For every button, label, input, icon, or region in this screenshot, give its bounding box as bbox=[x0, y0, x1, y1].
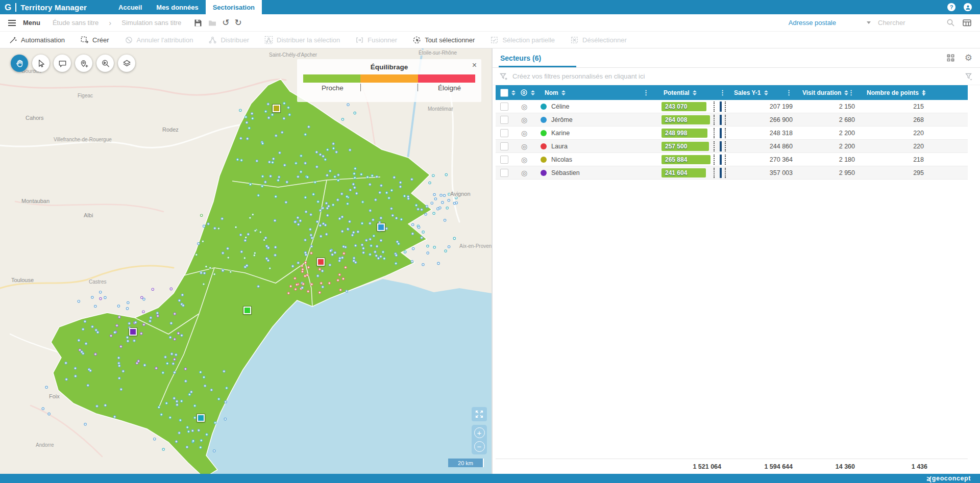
zoom-out-button[interactable]: − bbox=[474, 441, 485, 452]
tab-secteurs[interactable]: Secteurs (6) bbox=[500, 54, 541, 62]
select-all-checkbox[interactable] bbox=[500, 89, 508, 97]
column-menu-icon[interactable]: ⋮ bbox=[719, 89, 726, 96]
column-menu-icon[interactable]: ⋮ bbox=[786, 89, 792, 96]
toolbar-automatisation[interactable]: Automatisation bbox=[9, 36, 65, 44]
sort-icon[interactable] bbox=[693, 90, 697, 95]
sector-marker-karine[interactable] bbox=[243, 307, 251, 314]
sector-marker-ce-line[interactable] bbox=[197, 414, 205, 422]
col-sales[interactable]: Sales Y-1 bbox=[734, 89, 761, 96]
user-icon[interactable] bbox=[964, 3, 972, 11]
map-tool-comment-button[interactable] bbox=[54, 55, 71, 72]
map-tool-add-point-button[interactable] bbox=[75, 55, 92, 72]
sector-marker-laura[interactable] bbox=[317, 258, 325, 266]
table-row[interactable]: ◎ Laura 257 500 244 860 2 200 220 bbox=[496, 140, 968, 153]
row-checkbox[interactable] bbox=[500, 142, 508, 150]
nav-tab-accueil[interactable]: Accueil bbox=[111, 0, 149, 14]
table-row[interactable]: ◎ Karine 248 998 248 318 2 200 220 bbox=[496, 126, 968, 140]
zoom-select-icon bbox=[100, 58, 111, 69]
column-menu-icon[interactable]: ⋮ bbox=[920, 89, 927, 96]
hamburger-icon[interactable] bbox=[8, 20, 16, 26]
toolbar-cre-er[interactable]: Créer bbox=[80, 36, 109, 44]
sectorisation-toolbar: AutomatisationCréerAnnuler l'attribution… bbox=[0, 32, 980, 48]
fullscreen-icon[interactable] bbox=[472, 407, 487, 421]
nav-tab-sectorisation[interactable]: Sectorisation bbox=[206, 0, 262, 14]
sector-marker-je-ro-me[interactable] bbox=[377, 223, 385, 231]
toolbar-de-se-lectionner: Désélectionner bbox=[570, 36, 627, 44]
nav-tab-mes-donne-es[interactable]: Mes données bbox=[149, 0, 205, 14]
city-label: Rodez bbox=[162, 126, 179, 133]
visibility-column-icon[interactable] bbox=[520, 89, 528, 96]
potential-marker-target bbox=[720, 141, 722, 151]
col-nom[interactable]: Nom bbox=[545, 89, 558, 96]
visibility-icon[interactable]: ◎ bbox=[521, 103, 527, 110]
col-visit[interactable]: Visit duration bbox=[802, 89, 841, 96]
potential-marker-dotted bbox=[714, 168, 715, 178]
save-icon[interactable] bbox=[193, 18, 203, 28]
row-checkbox[interactable] bbox=[500, 156, 508, 164]
undo-icon[interactable]: ↺ bbox=[222, 18, 229, 27]
chevron-down-icon[interactable] bbox=[867, 21, 871, 24]
sector-marker-nicolas[interactable] bbox=[273, 105, 280, 112]
sort-icon[interactable] bbox=[561, 90, 566, 95]
open-folder-icon[interactable] bbox=[208, 18, 217, 28]
row-checkbox[interactable] bbox=[500, 129, 508, 137]
visit-duration-value: 2 950 bbox=[794, 166, 856, 179]
row-checkbox[interactable] bbox=[500, 103, 508, 111]
table-row[interactable]: ◎ Céline 243 070 207 199 2 150 215 bbox=[496, 100, 968, 113]
city-label: Aix-en-Provence bbox=[459, 243, 492, 249]
city-label: Saint-Chély-d'Apcher bbox=[269, 52, 317, 58]
visibility-icon[interactable]: ◎ bbox=[521, 130, 527, 137]
search-category-select[interactable]: Adresse postale bbox=[789, 19, 836, 27]
sort-icon[interactable] bbox=[531, 90, 535, 95]
toolbar-se-lection-partielle: Sélection partielle bbox=[490, 36, 555, 44]
add-filter-funnel-icon[interactable] bbox=[500, 72, 508, 81]
map-tool-zoom-select-button[interactable] bbox=[96, 55, 114, 72]
map[interactable]: Saint-Chély-d'ApcherÉtoile-sur-RhônePriv… bbox=[0, 48, 492, 474]
table-view-icon[interactable] bbox=[962, 18, 972, 27]
toolbar-distribuer: Distribuer bbox=[208, 36, 249, 44]
toolbar-tout-se-lectionner[interactable]: Tout sélectionner bbox=[412, 36, 475, 44]
row-checkbox[interactable] bbox=[500, 116, 508, 124]
add-point-icon bbox=[79, 58, 89, 69]
table-row[interactable]: ◎ Sébastien 241 604 357 003 2 950 295 bbox=[496, 166, 968, 180]
column-manager-icon[interactable] bbox=[946, 53, 955, 63]
city-label: Andorre bbox=[36, 442, 54, 448]
distribute-icon bbox=[208, 36, 217, 44]
settings-gear-icon[interactable]: ⚙ bbox=[965, 54, 972, 62]
partial-sel-icon bbox=[490, 36, 499, 44]
redo-icon[interactable]: ↻ bbox=[235, 18, 242, 27]
zoom-in-button[interactable]: + bbox=[474, 427, 485, 438]
table-row[interactable]: ◎ Nicolas 265 884 270 364 2 180 218 bbox=[496, 153, 968, 166]
col-points[interactable]: Nombre de points bbox=[867, 89, 919, 96]
row-checkbox[interactable] bbox=[500, 169, 508, 177]
table-row[interactable]: ◎ Jérôme 264 008 266 900 2 680 268 bbox=[496, 113, 968, 126]
potential-marker-dotted bbox=[714, 101, 715, 112]
points-count-value: 220 bbox=[856, 126, 929, 139]
search-input[interactable]: Chercher bbox=[878, 19, 939, 27]
visibility-icon[interactable]: ◎ bbox=[521, 169, 527, 176]
visit-duration-value: 2 200 bbox=[794, 140, 856, 152]
filter-menu-funnel-icon[interactable] bbox=[965, 72, 973, 81]
map-tool-cursor-button[interactable] bbox=[32, 55, 50, 72]
sector-marker-se-bastien[interactable] bbox=[129, 328, 137, 336]
visibility-icon[interactable]: ◎ bbox=[521, 116, 527, 123]
col-potential[interactable]: Potential bbox=[664, 89, 690, 96]
search-icon[interactable] bbox=[946, 18, 955, 27]
simulation-name[interactable]: Simulation sans titre bbox=[121, 19, 181, 27]
sort-icon[interactable] bbox=[764, 90, 768, 95]
filter-bar[interactable]: Créez vos filtres personnalisés en cliqu… bbox=[493, 68, 980, 85]
potential-marker-dotted bbox=[725, 141, 726, 151]
map-tool-pan-button[interactable] bbox=[11, 55, 28, 72]
visibility-icon[interactable]: ◎ bbox=[521, 156, 527, 163]
map-tool-layers-button[interactable] bbox=[118, 55, 135, 72]
sort-icon[interactable] bbox=[511, 90, 516, 95]
help-icon[interactable]: ? bbox=[947, 3, 955, 11]
visibility-icon[interactable]: ◎ bbox=[521, 143, 527, 150]
column-menu-icon[interactable]: ⋮ bbox=[643, 89, 649, 96]
close-icon[interactable]: × bbox=[472, 61, 477, 69]
menu-button[interactable]: Menu bbox=[23, 19, 40, 27]
column-menu-icon[interactable]: ⋮ bbox=[848, 89, 854, 96]
deselect-icon bbox=[570, 36, 579, 44]
study-name[interactable]: Étude sans titre bbox=[53, 19, 99, 27]
potential-marker-dotted bbox=[714, 141, 715, 151]
